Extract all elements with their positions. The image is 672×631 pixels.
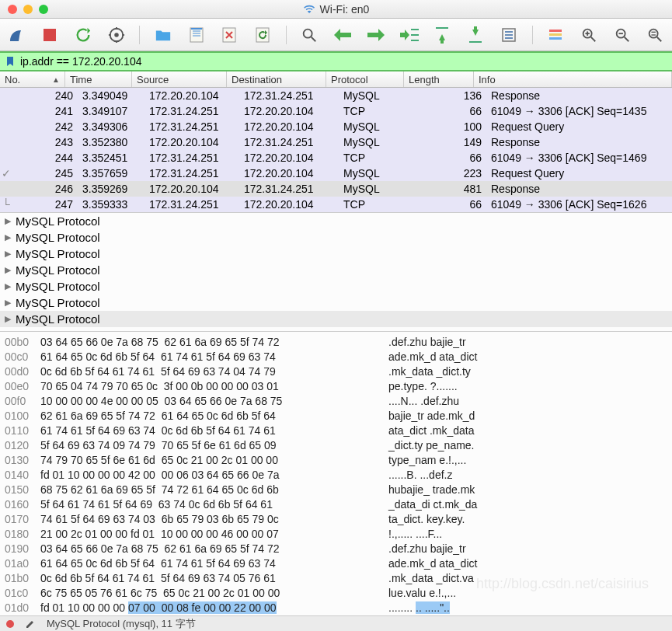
go-to-packet-button[interactable]: [399, 24, 420, 46]
bookmark-icon[interactable]: [5, 56, 16, 67]
hex-line[interactable]: 01d0fd 01 10 00 00 00 07 00 00 08 fe 00 …: [5, 601, 667, 615]
hex-line[interactable]: 011061 74 61 5f 64 69 63 74 0c 6d 6b 5f …: [5, 424, 667, 438]
titlebar: Wi-Fi: en0: [0, 0, 672, 19]
svg-rect-25: [549, 30, 562, 32]
hex-line[interactable]: 00e070 65 04 74 79 70 65 0c 3f 00 0b 00 …: [5, 379, 667, 394]
svg-rect-26: [549, 33, 562, 36]
hex-line[interactable]: 017074 61 5f 64 69 63 74 03 6b 65 79 03 …: [5, 512, 667, 527]
go-to-first-button[interactable]: [432, 24, 453, 46]
svg-point-35: [649, 29, 658, 37]
svg-point-14: [304, 29, 312, 37]
status-bar: MySQL Protocol (mysql), 11 字节: [0, 615, 672, 631]
expand-icon[interactable]: ▶: [5, 265, 11, 275]
col-header-destination[interactable]: Destination: [227, 71, 326, 87]
hex-line[interactable]: 013074 79 70 65 5f 6e 61 6d 65 0c 21 00 …: [5, 453, 667, 468]
zoom-reset-button[interactable]: [645, 24, 666, 46]
save-file-button[interactable]: [186, 24, 207, 46]
hex-line[interactable]: 01b00c 6d 6b 5f 64 61 74 61 5f 64 69 63 …: [5, 571, 667, 586]
go-to-last-button[interactable]: [465, 24, 486, 46]
wifi-icon: [303, 4, 315, 15]
stop-capture-button[interactable]: [40, 24, 61, 46]
reload-file-button[interactable]: [252, 24, 273, 46]
expand-icon[interactable]: ▶: [5, 281, 11, 291]
window-title: Wi-Fi: en0: [320, 3, 370, 16]
hex-line[interactable]: 01205f 64 69 63 74 09 74 79 70 65 5f 6e …: [5, 438, 667, 453]
expand-icon[interactable]: ▶: [5, 298, 11, 308]
hex-line[interactable]: 00b003 64 65 66 0e 7a 68 75 62 61 6a 69 …: [5, 335, 667, 350]
detail-tree-item[interactable]: ▶MySQL Protocol: [0, 229, 672, 246]
packet-row[interactable]: 2423.349306172.31.24.251172.20.20.104MyS…: [0, 119, 672, 134]
expand-icon[interactable]: ▶: [5, 314, 11, 324]
hex-line[interactable]: 00f010 00 00 00 4e 00 00 05 03 64 65 66 …: [5, 394, 667, 409]
expand-icon[interactable]: ▶: [5, 216, 11, 226]
packet-row[interactable]: 2443.352451172.31.24.251172.20.20.104TCP…: [0, 150, 672, 166]
packet-list[interactable]: 2403.349049172.20.20.104172.31.24.251MyS…: [0, 88, 672, 212]
packet-row[interactable]: 2413.349107172.31.24.251172.20.20.104TCP…: [0, 103, 672, 119]
detail-tree-item[interactable]: ▶MySQL Protocol: [0, 262, 672, 278]
detail-tree-item[interactable]: ▶MySQL Protocol: [0, 295, 672, 311]
colorize-button[interactable]: [545, 24, 566, 46]
svg-line-29: [591, 37, 596, 41]
close-file-button[interactable]: [219, 24, 240, 46]
svg-rect-13: [256, 28, 269, 42]
packet-row[interactable]: 2403.349049172.20.20.104172.31.24.251MyS…: [0, 88, 672, 103]
svg-rect-0: [44, 29, 56, 41]
col-header-time[interactable]: Time: [65, 71, 132, 87]
status-text: MySQL Protocol (mysql), 11 字节: [47, 617, 196, 631]
open-file-button[interactable]: [152, 24, 173, 46]
minimize-window-button[interactable]: [23, 5, 33, 14]
svg-line-33: [624, 37, 628, 41]
auto-scroll-button[interactable]: [499, 24, 520, 46]
svg-line-36: [657, 37, 662, 41]
packet-details-pane[interactable]: ▶MySQL Protocol▶MySQL Protocol▶MySQL Pro…: [0, 212, 672, 331]
hex-line[interactable]: 01605f 64 61 74 61 5f 64 69 63 74 0c 6d …: [5, 497, 667, 512]
hex-line[interactable]: 0140fd 01 10 00 00 00 42 00 00 06 03 64 …: [5, 468, 667, 483]
hex-line[interactable]: 018021 00 2c 01 00 00 fd 01 10 00 00 00 …: [5, 527, 667, 542]
display-filter-bar[interactable]: [0, 51, 672, 71]
shark-fin-icon[interactable]: [6, 24, 27, 46]
packet-row[interactable]: 2433.352380172.20.20.104172.31.24.251MyS…: [0, 134, 672, 150]
edit-icon[interactable]: [25, 619, 36, 629]
hex-line[interactable]: 00d00c 6d 6b 5f 64 61 74 61 5f 64 69 63 …: [5, 364, 667, 379]
svg-rect-11: [191, 28, 202, 30]
svg-rect-27: [549, 37, 562, 40]
zoom-out-button[interactable]: [611, 24, 632, 46]
go-back-button[interactable]: [333, 24, 353, 46]
expand-icon[interactable]: ▶: [5, 232, 11, 242]
packet-list-header[interactable]: No.▲ Time Source Destination Protocol Le…: [0, 71, 672, 88]
detail-tree-item[interactable]: ▶MySQL Protocol: [0, 246, 672, 262]
close-window-button[interactable]: [8, 5, 17, 14]
packet-row[interactable]: 2463.359269172.20.20.104172.31.24.251MyS…: [0, 181, 672, 197]
zoom-in-button[interactable]: [578, 24, 599, 46]
hex-line[interactable]: 019003 64 65 66 0e 7a 68 75 62 61 6a 69 …: [5, 542, 667, 556]
col-header-info[interactable]: Info: [474, 71, 672, 87]
svg-line-15: [312, 37, 316, 41]
hex-line[interactable]: 015068 75 62 61 6a 69 65 5f 74 72 61 64 …: [5, 483, 667, 497]
col-header-length[interactable]: Length: [404, 71, 474, 87]
hex-line[interactable]: 01a061 64 65 0c 6d 6b 5f 64 61 74 61 5f …: [5, 556, 667, 571]
restart-capture-button[interactable]: [73, 24, 94, 46]
options-button[interactable]: [106, 24, 127, 46]
packet-row[interactable]: └2473.359333172.31.24.251172.20.20.104TC…: [0, 197, 672, 212]
packet-bytes-pane[interactable]: 00b003 64 65 66 0e 7a 68 75 62 61 6a 69 …: [0, 331, 672, 615]
detail-tree-item[interactable]: ▶MySQL Protocol: [0, 311, 672, 327]
find-button[interactable]: [299, 24, 320, 46]
detail-tree-item[interactable]: ▶MySQL Protocol: [0, 213, 672, 229]
expert-info-icon[interactable]: [6, 620, 14, 628]
hex-line[interactable]: 00c061 64 65 0c 6d 6b 5f 64 61 74 61 5f …: [5, 350, 667, 364]
go-forward-button[interactable]: [365, 24, 386, 46]
col-header-protocol[interactable]: Protocol: [326, 71, 404, 87]
col-header-source[interactable]: Source: [132, 71, 227, 87]
hex-line[interactable]: 010062 61 6a 69 65 5f 74 72 61 64 65 0c …: [5, 409, 667, 424]
detail-tree-item[interactable]: ▶MySQL Protocol: [0, 278, 672, 295]
svg-point-2: [114, 33, 119, 37]
main-toolbar: [0, 19, 672, 51]
maximize-window-button[interactable]: [39, 5, 48, 14]
display-filter-input[interactable]: [20, 55, 667, 68]
col-header-no[interactable]: No.▲: [0, 71, 65, 87]
expand-icon[interactable]: ▶: [5, 249, 11, 259]
hex-line[interactable]: 01c06c 75 65 05 76 61 6c 75 65 0c 21 00 …: [5, 586, 667, 601]
packet-row[interactable]: ✓2453.357659172.31.24.251172.20.20.104My…: [0, 166, 672, 181]
svg-rect-7: [190, 28, 203, 42]
